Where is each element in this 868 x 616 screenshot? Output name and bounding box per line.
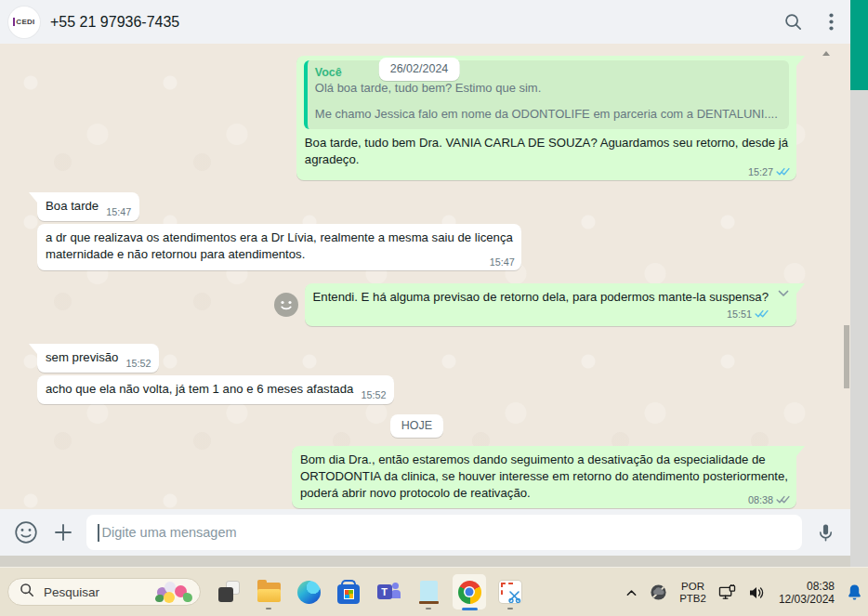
network-icon[interactable] bbox=[718, 584, 736, 600]
message-text: Bom dia Dra., então estaremos dando segu… bbox=[300, 452, 788, 468]
message-row: Boa tarde 15:47 bbox=[37, 192, 796, 221]
chrome-active-indicator bbox=[462, 608, 478, 610]
tray-chevron-up-icon[interactable] bbox=[625, 588, 638, 597]
message-row: Bom dia Dra., então estaremos dando segu… bbox=[37, 446, 796, 508]
incoming-message[interactable]: a dr que realizava os atendimentos era a… bbox=[37, 224, 521, 270]
store-windows-grid bbox=[344, 589, 354, 599]
message-row: sem previsão 15:52 bbox=[37, 344, 796, 373]
desktop: { "window": { "header": { "contact_name"… bbox=[0, 0, 868, 616]
message-time: 08:38 bbox=[748, 494, 773, 505]
message-menu-chevron-icon[interactable] bbox=[776, 287, 791, 304]
teams-button[interactable]: T bbox=[373, 571, 404, 612]
teams-person-body bbox=[391, 590, 401, 598]
read-receipt-icon bbox=[776, 167, 790, 177]
emoji-icon[interactable] bbox=[14, 520, 38, 544]
running-indicator bbox=[266, 608, 271, 610]
attach-plus-icon[interactable] bbox=[53, 522, 73, 543]
outgoing-message[interactable]: Entendi. E há alguma previsao de retorno… bbox=[305, 283, 796, 326]
scrollbar-thumb[interactable] bbox=[844, 325, 849, 388]
message-text: maternidade e não retornou para atendime… bbox=[46, 246, 513, 263]
search-icon[interactable] bbox=[783, 12, 803, 32]
message-meta: 15:47 bbox=[490, 256, 515, 268]
edge-icon bbox=[297, 581, 321, 604]
clock-time: 08:38 bbox=[779, 580, 835, 593]
chat-header: CEDI +55 21 97936-7435 bbox=[0, 0, 850, 44]
outgoing-message[interactable]: Você Olá boa tarde, tudo bem? Estimo que… bbox=[296, 56, 796, 180]
language-code: POR bbox=[679, 581, 706, 593]
running-indicator bbox=[426, 608, 431, 610]
onedrive-paused-icon[interactable] bbox=[650, 583, 667, 601]
today-date-chip: HOJE bbox=[390, 414, 443, 438]
message-row: acho que ela não volta, já tem 1 ano e 6… bbox=[37, 375, 796, 404]
chrome-icon bbox=[458, 581, 481, 604]
message-meta: 15:51 bbox=[313, 308, 769, 320]
message-time: 15:52 bbox=[125, 358, 151, 369]
quote-text: Me chamo Jessica falo em nome da ODONTOL… bbox=[315, 106, 778, 122]
avatar-logo-text: CEDI bbox=[13, 18, 34, 26]
search-placeholder: Pesquisar bbox=[44, 585, 155, 599]
message-time: 15:47 bbox=[106, 206, 131, 217]
message-text: poderá abrir novo protocolo de reativaçã… bbox=[300, 485, 788, 502]
scissors-glyph bbox=[508, 590, 521, 603]
taskbar-search[interactable]: Pesquisar bbox=[7, 578, 201, 606]
text-caret bbox=[98, 524, 99, 542]
language-indicator[interactable]: POR PTB2 bbox=[679, 581, 706, 604]
message-text: Entendi. E há alguma previsao de retorno… bbox=[313, 289, 769, 306]
message-meta: 15:27 bbox=[748, 166, 790, 177]
contact-name[interactable]: +55 21 97936-7435 bbox=[50, 14, 783, 31]
incoming-message[interactable]: sem previsão 15:52 bbox=[37, 344, 159, 373]
mic-icon[interactable] bbox=[815, 522, 836, 544]
clock-date: 12/03/2024 bbox=[779, 593, 835, 606]
task-view-front-square bbox=[218, 587, 233, 602]
message-text: ORTODONTIA da clinica, se houver interes… bbox=[300, 468, 788, 485]
keyboard-layout: PTB2 bbox=[679, 593, 706, 605]
search-highlight-flowers-icon[interactable] bbox=[155, 580, 196, 604]
teams-person-head bbox=[392, 583, 399, 589]
message-row: a dr que realizava os atendimentos era a… bbox=[37, 224, 796, 270]
quoted-message[interactable]: Você Olá boa tarde, tudo bem? Estimo que… bbox=[304, 60, 789, 129]
taskbar-apps: T bbox=[213, 571, 526, 612]
menu-icon[interactable] bbox=[829, 13, 834, 31]
message-text: agradeço. bbox=[305, 151, 788, 168]
message-text: acho que ela não volta, já tem 1 ano e 6… bbox=[46, 381, 353, 398]
sticky-date-chip: 26/02/2024 bbox=[379, 58, 460, 81]
chrome-button[interactable] bbox=[453, 571, 486, 612]
taskbar-clock[interactable]: 08:38 12/03/2024 bbox=[779, 580, 835, 606]
bubble-tail-icon bbox=[29, 192, 37, 203]
quote-text: Olá boa tarde, tudo bem? Estimo que sim. bbox=[315, 80, 778, 96]
avatar[interactable]: CEDI bbox=[8, 7, 40, 38]
microsoft-store-button[interactable] bbox=[333, 571, 364, 612]
message-time: 15:27 bbox=[748, 166, 773, 177]
running-indicator bbox=[507, 608, 513, 610]
file-explorer-button[interactable] bbox=[253, 571, 284, 612]
message-input[interactable] bbox=[102, 525, 803, 540]
incoming-message[interactable]: acho que ela não volta, já tem 1 ano e 6… bbox=[37, 375, 394, 404]
notepad-base bbox=[419, 601, 439, 605]
desktop-gap-strip bbox=[0, 556, 850, 567]
composer-bar bbox=[0, 509, 850, 556]
header-actions bbox=[783, 12, 834, 32]
message-input-container bbox=[86, 515, 802, 550]
snipping-tool-button[interactable] bbox=[494, 571, 526, 612]
notification-bell-icon[interactable] bbox=[847, 583, 862, 601]
notepad-button[interactable] bbox=[413, 571, 444, 612]
microsoft-store-icon bbox=[337, 584, 360, 604]
scroll-up-arrow[interactable] bbox=[822, 51, 830, 56]
message-time: 15:52 bbox=[361, 389, 386, 400]
bubble-tail-icon bbox=[796, 56, 805, 66]
chrome-active-tile bbox=[453, 574, 486, 609]
snipping-tool-icon bbox=[499, 581, 521, 603]
edge-button[interactable] bbox=[293, 571, 324, 612]
outgoing-message[interactable]: Bom dia Dra., então estaremos dando segu… bbox=[292, 446, 796, 508]
bubble-tail-icon bbox=[29, 344, 37, 354]
bubble-tail-icon bbox=[796, 446, 805, 456]
folder-front bbox=[257, 589, 281, 602]
task-view-icon bbox=[217, 581, 240, 603]
volume-icon[interactable] bbox=[748, 585, 765, 600]
task-view-button[interactable] bbox=[213, 571, 244, 612]
message-meta: 08:38 bbox=[748, 494, 790, 505]
flower-leaf bbox=[155, 595, 164, 602]
message-text: Boa tarde, tudo bem Dra. VANIA CARLA DE … bbox=[305, 135, 788, 151]
incoming-message[interactable]: Boa tarde 15:47 bbox=[37, 192, 139, 221]
react-emoji-button[interactable] bbox=[274, 293, 298, 317]
